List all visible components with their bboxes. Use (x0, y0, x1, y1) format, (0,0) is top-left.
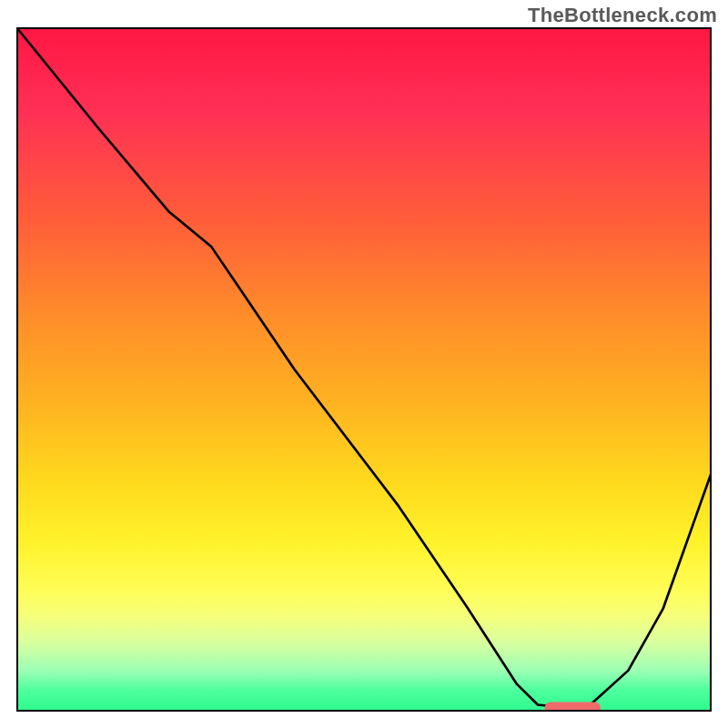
optimal-range-marker (545, 702, 601, 712)
watermark-text: TheBottleneck.com (528, 4, 717, 27)
bottleneck-curve-path (16, 27, 712, 708)
chart-plot-area (16, 27, 712, 712)
chart-svg (16, 27, 712, 712)
